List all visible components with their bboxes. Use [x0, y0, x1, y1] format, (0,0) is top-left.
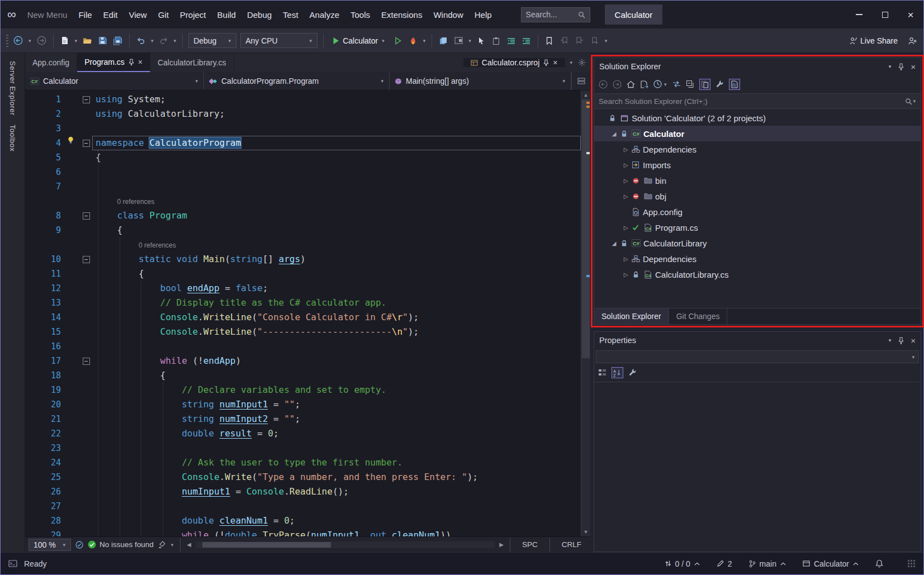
expand-arrow-icon[interactable]: ▷	[621, 193, 631, 199]
breakpoint-margin[interactable]	[25, 484, 37, 499]
navbar-member-dropdown[interactable]: Main(string[] args) ▾	[390, 72, 571, 90]
hot-reload-dropdown[interactable]: ▾	[423, 38, 427, 44]
breakpoint-margin[interactable]	[25, 281, 37, 296]
code-text[interactable]: string numInput2 = "";	[92, 412, 581, 426]
breakpoint-margin[interactable]	[25, 150, 37, 165]
new-file-button[interactable]	[59, 32, 70, 49]
tab-calculator-csproj[interactable]: Calculator.csproj ×	[463, 58, 566, 67]
add-account-button[interactable]	[907, 32, 918, 49]
document-well-settings-icon[interactable]	[577, 54, 590, 71]
start-debugging-button[interactable]: Calculator ▾	[329, 32, 388, 49]
expand-arrow-icon[interactable]: ▷	[621, 225, 631, 231]
codelens-references-link[interactable]: 0 references	[117, 198, 155, 206]
git-sync-indicator[interactable]: 0 / 0	[665, 559, 700, 568]
tab-git-changes[interactable]: Git Changes	[669, 308, 728, 324]
tree-item-imports[interactable]: ▷Imports	[594, 157, 921, 173]
tree-item-app-config[interactable]: App.config	[594, 204, 921, 220]
code-text[interactable]	[92, 121, 581, 136]
menu-test[interactable]: Test	[277, 10, 304, 20]
breakpoint-margin[interactable]	[25, 267, 37, 281]
breakpoint-margin[interactable]	[25, 325, 37, 339]
start-without-debugging-button[interactable]	[392, 32, 404, 49]
split-editor-button[interactable]	[571, 72, 590, 90]
breakpoint-margin[interactable]	[25, 194, 37, 208]
scrollbar-thumb[interactable]	[582, 99, 590, 358]
hot-reload-button[interactable]	[407, 32, 419, 49]
preview-window-dropdown[interactable]: ▾	[468, 38, 472, 44]
undo-dropdown[interactable]: ▾	[150, 38, 154, 44]
save-button[interactable]	[97, 32, 108, 49]
undo-button[interactable]	[135, 32, 146, 49]
git-branch-indicator[interactable]: main	[749, 559, 786, 568]
code-text[interactable]: namespace CalculatorProgram	[92, 136, 581, 150]
breakpoint-margin[interactable]	[25, 455, 37, 470]
breakpoint-margin[interactable]	[25, 121, 37, 136]
code-text[interactable]: // Declare variables and set to empty.	[92, 383, 581, 397]
scroll-left-arrow-icon[interactable]: ◀	[187, 541, 191, 548]
selection-pointer-button[interactable]	[476, 32, 487, 49]
tree-item-calculatorlibrary-cs[interactable]: ▷C#CalculatorLibrary.cs	[594, 267, 921, 282]
code-text[interactable]	[92, 499, 581, 514]
toolbar-grip[interactable]	[6, 35, 8, 47]
fold-marker-icon[interactable]: −	[83, 358, 90, 365]
code-text[interactable]: // Display title as the C# calculator ap…	[92, 296, 581, 310]
menu-help[interactable]: Help	[469, 10, 497, 20]
switch-views-icon[interactable]	[672, 80, 681, 88]
code-text[interactable]: static void Main(string[] args)	[92, 252, 581, 267]
menu-window[interactable]: Window	[428, 10, 468, 20]
breakpoint-margin[interactable]	[25, 310, 37, 325]
zoom-dropdown[interactable]: 100 % ▾	[29, 539, 71, 551]
live-share-button[interactable]: Live Share	[846, 32, 901, 49]
home-icon[interactable]	[627, 80, 635, 88]
open-folder-button[interactable]	[82, 32, 93, 49]
code-text[interactable]: while (!double.TryParse(numInput1, out c…	[92, 528, 581, 536]
pin-icon[interactable]	[898, 337, 904, 344]
breakpoint-margin[interactable]	[25, 426, 37, 441]
code-cleanup-icon[interactable]	[158, 541, 166, 549]
issues-status[interactable]: No issues found	[88, 540, 154, 549]
close-icon[interactable]: ×	[138, 58, 143, 66]
lightbulb-icon[interactable]	[67, 136, 80, 150]
clear-bookmarks-button[interactable]	[589, 32, 600, 49]
line-ending-indicator[interactable]: CRLF	[556, 540, 587, 549]
save-all-button[interactable]	[112, 32, 124, 49]
menu-edit[interactable]: Edit	[98, 10, 124, 20]
back-icon[interactable]	[599, 80, 608, 89]
code-text[interactable]: Console.WriteLine("---------------------…	[92, 325, 581, 339]
pin-icon[interactable]	[543, 59, 549, 66]
code-text[interactable]: double result = 0;	[92, 426, 581, 441]
code-text[interactable]: numInput1 = Console.ReadLine();	[92, 484, 581, 499]
code-text[interactable]	[92, 339, 581, 354]
code-text[interactable]: Console.Write("Type a number, and then p…	[92, 470, 581, 484]
expand-arrow-icon[interactable]: ▷	[621, 162, 631, 168]
notifications-bell-icon[interactable]	[875, 559, 883, 568]
preview-selected-items-icon[interactable]	[729, 79, 740, 90]
navbar-project-dropdown[interactable]: C# Calculator ▾	[25, 72, 204, 90]
maximize-button[interactable]	[872, 1, 898, 28]
repository-indicator[interactable]: Calculator	[803, 559, 859, 568]
code-cleanup-dropdown[interactable]: ▾	[170, 542, 174, 548]
rail-tab-toolbox[interactable]: Toolbox	[8, 125, 17, 151]
fold-marker-icon[interactable]: −	[83, 256, 90, 263]
resize-grip[interactable]	[908, 560, 916, 568]
code-text[interactable]: 0 references	[92, 237, 581, 252]
scroll-up-arrow-icon[interactable]: ▲	[581, 92, 590, 98]
tree-item-calculator[interactable]: ◢C#Calculator	[594, 126, 921, 141]
code-text[interactable]: // Ask the user to type the first number…	[92, 455, 581, 470]
collapse-arrow-icon[interactable]: ◢	[609, 240, 619, 246]
tree-item-calculatorlibrary[interactable]: ◢C#CalculatorLibrary	[594, 235, 921, 251]
find-in-files-button[interactable]	[438, 32, 449, 49]
breakpoint-margin[interactable]	[25, 92, 37, 107]
breakpoint-margin[interactable]	[25, 179, 37, 194]
close-button[interactable]: ×	[898, 1, 923, 28]
breakpoint-margin[interactable]	[25, 296, 37, 310]
breakpoint-margin[interactable]	[25, 354, 37, 368]
code-editor[interactable]: 1−using System;2using CalculatorLibrary;…	[25, 91, 590, 536]
property-pages-wrench-icon[interactable]	[628, 368, 637, 377]
menu-view[interactable]: View	[123, 10, 152, 20]
tab-solution-explorer[interactable]: Solution Explorer	[594, 308, 669, 324]
code-text[interactable]: using System;	[92, 92, 581, 107]
clipboard-button[interactable]	[491, 32, 502, 49]
collapse-all-icon[interactable]	[686, 80, 694, 88]
breakpoint-margin[interactable]	[25, 208, 37, 223]
